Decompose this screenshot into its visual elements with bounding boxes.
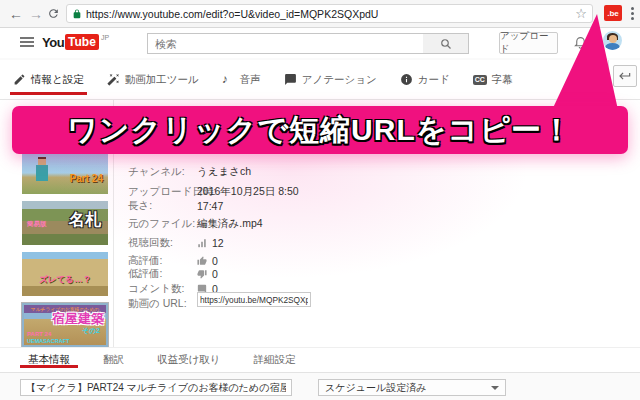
bell-icon[interactable] bbox=[573, 34, 588, 50]
thumb-down-icon bbox=[197, 269, 212, 279]
tab-label: 収益受け取り bbox=[157, 353, 221, 367]
info-row-upload-date: アップロード日時: 2016年10月25日 8:50 bbox=[128, 185, 320, 199]
info-label: チャンネル: bbox=[128, 165, 197, 179]
tab-label: カード bbox=[418, 73, 450, 87]
search-field bbox=[147, 33, 424, 54]
thumbnail-text: Part 24 bbox=[70, 173, 103, 184]
address-bar[interactable]: https://www.youtube.com/edit?o=U&video_i… bbox=[66, 4, 593, 23]
stat-value: 0 bbox=[212, 268, 218, 280]
info-label: コメント数: bbox=[128, 282, 197, 296]
info-label: アップロード日時: bbox=[128, 185, 197, 199]
browser-toolbar: ← → https://www.youtube.com/edit?o=U&vid… bbox=[0, 0, 640, 28]
info-label: 高評価: bbox=[128, 254, 197, 268]
thumbnail-text: 簡易版 bbox=[27, 220, 47, 229]
title-and-visibility-row: スケジュール設定済み bbox=[0, 373, 640, 400]
bar-chart-icon bbox=[197, 238, 212, 248]
tab-label: 詳細設定 bbox=[254, 353, 296, 367]
info-label: 低評価: bbox=[128, 267, 197, 281]
tab-audio[interactable]: ♪ 音声 bbox=[222, 60, 261, 99]
video-title-input[interactable] bbox=[20, 379, 292, 396]
avatar-face bbox=[609, 35, 617, 43]
tab-info-settings[interactable]: 情報と設定 bbox=[13, 60, 84, 99]
search-icon bbox=[440, 38, 452, 50]
thumbnail-text: PART 24 bbox=[27, 331, 51, 337]
music-note-icon: ♪ bbox=[222, 73, 235, 86]
chevron-down-icon bbox=[491, 386, 499, 390]
tab-label: 音声 bbox=[240, 73, 261, 87]
tab-enhancements[interactable]: 動画加工ツール bbox=[107, 60, 199, 99]
thumbnail-text: ズレてる…？ bbox=[22, 274, 108, 286]
tab-subtitles[interactable]: CC 字幕 bbox=[473, 60, 513, 99]
logo-region: JP bbox=[101, 34, 109, 41]
avatar[interactable] bbox=[603, 31, 622, 50]
youtube-logo[interactable]: You Tube JP bbox=[42, 34, 109, 51]
youtube-header: You Tube JP アップロード bbox=[0, 28, 640, 58]
stat-row-likes: 高評価: 0 bbox=[128, 254, 320, 268]
info-value: 2016年10月25日 8:50 bbox=[197, 185, 299, 199]
logo-you: You bbox=[42, 34, 64, 51]
tab-label: 翻訳 bbox=[103, 353, 124, 367]
tab-label: 動画加工ツール bbox=[125, 73, 199, 87]
minecraft-character-body bbox=[36, 165, 48, 181]
info-row-original-file: 元のファイル: 編集済み.mp4 bbox=[128, 217, 320, 231]
search-input[interactable] bbox=[148, 35, 423, 54]
bookmark-star-icon[interactable]: ☆ bbox=[575, 7, 587, 20]
info-value: 編集済み.mp4 bbox=[197, 217, 263, 231]
avatar-shirt bbox=[605, 43, 620, 50]
promo-banner-text: ワンクリックで短縮URLをコピー！ bbox=[67, 110, 573, 151]
video-thumbnail-1[interactable]: Part 24 bbox=[22, 150, 108, 194]
tab-label: 情報と設定 bbox=[31, 73, 84, 87]
lock-icon bbox=[72, 8, 82, 20]
video-thumbnail-4-selected[interactable]: マルチライブのお客様のための 宿屋建築 その2 PART 24 UEMASACR… bbox=[22, 303, 108, 347]
thumb-up-icon bbox=[197, 256, 212, 266]
info-row-duration: 長さ: 17:47 bbox=[128, 199, 320, 213]
info-label: 動画の URL: bbox=[128, 297, 197, 311]
tab-label: 字幕 bbox=[492, 73, 513, 87]
right-panel-divider bbox=[608, 60, 609, 100]
be-extension-icon[interactable]: .be bbox=[604, 5, 622, 21]
info-value: うえまさch bbox=[197, 165, 251, 179]
return-arrow-icon bbox=[618, 69, 632, 83]
upload-label: アップロード bbox=[500, 30, 557, 56]
upload-button[interactable]: アップロード bbox=[499, 32, 558, 54]
tab-label: 基本情報 bbox=[28, 353, 70, 367]
info-icon bbox=[400, 73, 413, 86]
editor-tab-bar: 情報と設定 動画加工ツール ♪ 音声 アノテーション カード CC 字幕 bbox=[0, 60, 640, 100]
tab-basic-info[interactable]: 基本情報 bbox=[28, 348, 70, 372]
pencil-icon bbox=[13, 73, 26, 86]
tab-annotations[interactable]: アノテーション bbox=[284, 60, 377, 99]
info-label: 元のファイル: bbox=[128, 217, 197, 231]
cc-icon: CC bbox=[473, 75, 487, 85]
stat-value: 0 bbox=[212, 255, 218, 267]
browser-menu-icon[interactable] bbox=[630, 7, 634, 22]
stat-row-views: 視聴回数: 12 bbox=[128, 236, 320, 250]
reload-icon[interactable] bbox=[47, 7, 63, 23]
speech-bubble-icon bbox=[284, 73, 297, 86]
revert-button[interactable] bbox=[613, 65, 637, 87]
thumbnail-text: 名札 bbox=[69, 210, 101, 231]
hamburger-icon[interactable] bbox=[20, 37, 34, 49]
info-value: 17:47 bbox=[197, 200, 223, 212]
info-label: 視聴回数: bbox=[128, 236, 197, 250]
url-text: https://www.youtube.com/edit?o=U&video_i… bbox=[86, 8, 378, 20]
tab-translations[interactable]: 翻訳 bbox=[103, 348, 124, 372]
back-icon[interactable]: ← bbox=[8, 6, 24, 22]
thumbnail-text: その2 bbox=[82, 326, 100, 336]
minecraft-character bbox=[38, 157, 46, 165]
promo-banner: ワンクリックで短縮URLをコピー！ bbox=[12, 106, 628, 154]
tab-monetization[interactable]: 収益受け取り bbox=[157, 348, 221, 372]
tab-cards[interactable]: カード bbox=[400, 60, 450, 99]
logo-tube: Tube bbox=[65, 34, 99, 50]
magic-wand-icon bbox=[107, 73, 120, 86]
video-settings-tab-bar: 基本情報 翻訳 収益受け取り 詳細設定 bbox=[0, 347, 640, 373]
thumbnail-text: UEMASACRAFT bbox=[27, 338, 69, 344]
short-url-input[interactable] bbox=[197, 292, 311, 307]
tab-advanced-settings[interactable]: 詳細設定 bbox=[254, 348, 296, 372]
search-button[interactable] bbox=[423, 33, 469, 54]
info-label: 長さ: bbox=[128, 199, 197, 213]
video-thumbnail-2[interactable]: 名札 簡易版 bbox=[22, 201, 108, 245]
video-thumbnail-3[interactable]: ズレてる…？ bbox=[22, 252, 108, 296]
visibility-dropdown[interactable]: スケジュール設定済み bbox=[318, 379, 506, 396]
forward-icon[interactable]: → bbox=[28, 6, 44, 22]
stat-value: 12 bbox=[212, 237, 224, 249]
